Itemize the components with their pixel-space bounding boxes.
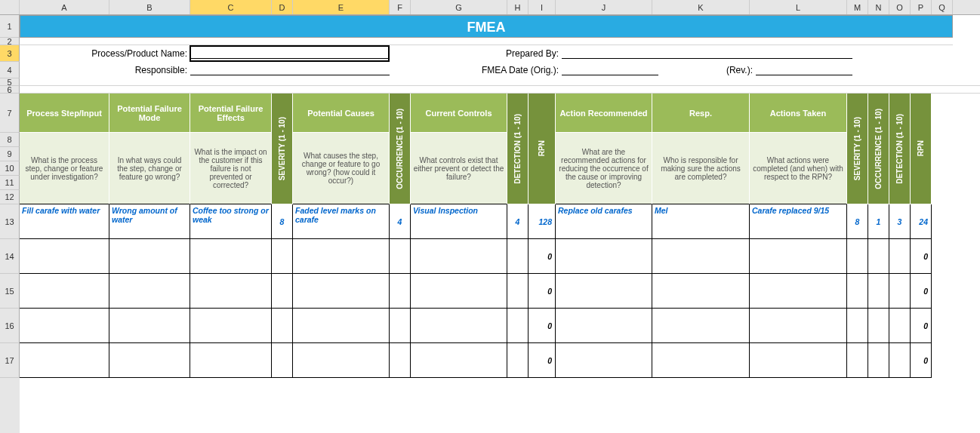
col-header-N[interactable]: N: [868, 0, 889, 14]
desc-resp: Who is responsible for making sure the a…: [652, 133, 750, 204]
desc-failure-effects: What is the impact on the customer if th…: [190, 133, 272, 204]
cell-rpn2[interactable]: 0: [911, 309, 932, 343]
desc-causes: What causes the step, change or feature …: [293, 133, 390, 204]
cell-occurrence[interactable]: 4: [390, 204, 411, 239]
cell-failure-effects[interactable]: Coffee too strong or weak: [190, 204, 272, 239]
row-header-14[interactable]: 14: [0, 239, 20, 274]
cell-detection2[interactable]: 3: [889, 204, 911, 239]
cell-rpn2[interactable]: 24: [911, 204, 932, 239]
spreadsheet[interactable]: A B C D E F G H I J K L M N O P Q 1 2 3 …: [0, 0, 980, 433]
row-header-8[interactable]: 8: [0, 133, 20, 147]
table-row[interactable]: Fill carafe with water Wrong amount of w…: [20, 204, 980, 239]
input-fmea-date[interactable]: [562, 62, 658, 75]
row-header-9[interactable]: 9: [0, 147, 20, 161]
cell-causes[interactable]: Faded level marks on carafe: [293, 204, 390, 239]
cell-action[interactable]: Replace old carafes: [556, 204, 652, 239]
cell-rpn2[interactable]: 0: [911, 274, 932, 309]
col-header-B[interactable]: B: [109, 0, 190, 14]
desc-taken: What actions were completed (and when) w…: [750, 133, 847, 204]
cell-occurrence2[interactable]: 1: [868, 204, 889, 239]
cell-process-step[interactable]: Fill carafe with water: [20, 204, 109, 239]
col-header-H[interactable]: H: [507, 0, 529, 14]
col-header-I[interactable]: I: [529, 0, 556, 14]
hdr-process-step: Process Step/Input: [20, 94, 109, 133]
input-prepared-by[interactable]: [562, 45, 852, 59]
label-fmea-date: FMEA Date (Orig.):: [390, 62, 562, 78]
col-header-C[interactable]: C: [190, 0, 272, 14]
hdr-controls: Current Controls: [411, 94, 507, 133]
hdr-resp: Resp.: [652, 94, 750, 133]
cell-rpn2[interactable]: 0: [911, 239, 932, 274]
cell-rpn[interactable]: 0: [529, 309, 556, 343]
row-header-10[interactable]: 10: [0, 161, 20, 176]
row-header-7[interactable]: 7: [0, 94, 20, 133]
form-row-1: Process/Product Name: Prepared By:: [20, 45, 980, 62]
row-header-column: 1 2 3 4 5 6 7 8 9 10 11 12 13 14 15 16 1…: [0, 15, 20, 433]
cell-severity2[interactable]: 8: [847, 204, 868, 239]
col-header-K[interactable]: K: [652, 0, 750, 14]
hdr-action: Action Recommended: [556, 94, 652, 133]
cell-rpn[interactable]: 128: [529, 204, 556, 239]
col-header-J[interactable]: J: [556, 0, 652, 14]
label-rev: (Rev.):: [658, 62, 756, 78]
row-header-16[interactable]: 16: [0, 309, 20, 343]
cell-controls[interactable]: Visual Inspection: [411, 204, 507, 239]
cell-taken[interactable]: Carafe replaced 9/15: [750, 204, 847, 239]
col-header-A[interactable]: A: [20, 0, 109, 14]
grid-area[interactable]: FMEA Process/Product Name: Prepared By: …: [20, 15, 980, 433]
col-header-E[interactable]: E: [293, 0, 390, 14]
cell-resp[interactable]: Mel: [652, 204, 750, 239]
label-process-name: Process/Product Name:: [20, 45, 190, 62]
row-header-11[interactable]: 11: [0, 176, 20, 190]
hdr-failure-mode: Potential Failure Mode: [109, 94, 190, 133]
table-row[interactable]: 00: [20, 343, 980, 378]
desc-action: What are the recommended actions for red…: [556, 133, 652, 204]
table-header-row: Process Step/Input Potential Failure Mod…: [20, 94, 980, 133]
table-desc-row: What is the process step, change or feat…: [20, 133, 980, 204]
title-bar: FMEA: [20, 15, 953, 38]
desc-failure-mode: In what ways could the step, change or f…: [109, 133, 190, 204]
table-row[interactable]: 00: [20, 274, 980, 309]
cell-failure-mode[interactable]: Wrong amount of water: [109, 204, 190, 239]
row-header-3[interactable]: 3: [0, 45, 20, 62]
cell-rpn[interactable]: 0: [529, 239, 556, 274]
label-prepared-by: Prepared By:: [390, 45, 562, 62]
cell-rpn[interactable]: 0: [529, 343, 556, 378]
row-header-1[interactable]: 1: [0, 15, 20, 38]
row-header-6[interactable]: 6: [0, 86, 20, 94]
row-header-12[interactable]: 12: [0, 190, 20, 204]
row-header-2[interactable]: 2: [0, 38, 20, 45]
cell-detection[interactable]: 4: [507, 204, 529, 239]
table-row[interactable]: 00: [20, 239, 980, 274]
desc-controls: What controls exist that either prevent …: [411, 133, 507, 204]
hdr-taken: Actions Taken: [750, 94, 847, 133]
input-responsible[interactable]: [190, 62, 390, 75]
input-rev[interactable]: [756, 62, 852, 75]
row-header-4[interactable]: 4: [0, 62, 20, 78]
cell-rpn2[interactable]: 0: [911, 343, 932, 378]
hdr-failure-effects: Potential Failure Effects: [190, 94, 272, 133]
desc-process-step: What is the process step, change or feat…: [20, 133, 109, 204]
input-process-name[interactable]: [190, 45, 390, 59]
table-row[interactable]: 00: [20, 309, 980, 343]
col-header-G[interactable]: G: [411, 0, 507, 14]
form-row-2: Responsible: FMEA Date (Orig.): (Rev.):: [20, 62, 980, 78]
col-header-O[interactable]: O: [889, 0, 911, 14]
row-header-17[interactable]: 17: [0, 343, 20, 378]
col-header-D[interactable]: D: [272, 0, 293, 14]
row-header-15[interactable]: 15: [0, 274, 20, 309]
cell-severity[interactable]: 8: [272, 204, 293, 239]
col-header-F[interactable]: F: [390, 0, 411, 14]
hdr-causes: Potential Causes: [293, 94, 390, 133]
column-header-row: A B C D E F G H I J K L M N O P Q: [0, 0, 980, 15]
col-header-M[interactable]: M: [847, 0, 868, 14]
cell-rpn[interactable]: 0: [529, 274, 556, 309]
label-responsible: Responsible:: [20, 62, 190, 78]
col-header-P[interactable]: P: [911, 0, 932, 14]
row-header-13[interactable]: 13: [0, 204, 20, 239]
col-header-L[interactable]: L: [750, 0, 847, 14]
col-header-Q[interactable]: Q: [932, 0, 953, 14]
select-all-corner[interactable]: [0, 0, 20, 14]
